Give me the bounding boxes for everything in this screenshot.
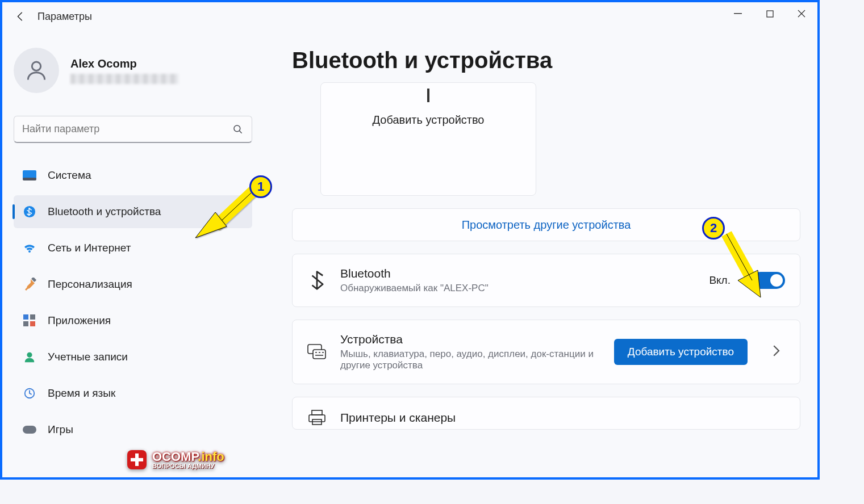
view-more-label: Просмотреть другие устройства — [462, 219, 631, 232]
keyboard-icon — [307, 344, 327, 360]
settings-window: Параметры Alex Ocomp — [0, 0, 820, 480]
close-icon — [798, 10, 805, 18]
person-icon — [24, 58, 49, 83]
bluetooth-toggle-row: Bluetooth Обнаруживаемый как "ALEX-PC" В… — [292, 254, 800, 307]
sidebar-item-gaming[interactable]: Игры — [14, 413, 252, 446]
sidebar-item-bluetooth[interactable]: Bluetooth и устройства — [14, 195, 252, 228]
back-button[interactable] — [9, 5, 32, 28]
svg-rect-14 — [23, 426, 36, 434]
svg-rect-5 — [23, 178, 36, 180]
wifi-icon — [23, 241, 36, 255]
svg-rect-9 — [30, 314, 35, 320]
svg-point-3 — [234, 125, 240, 131]
add-device-card[interactable]: Добавить устройство — [320, 82, 536, 196]
brush-icon — [23, 278, 36, 291]
devices-subtitle: Мышь, клавиатура, перо, аудио, дисплеи, … — [340, 348, 600, 371]
window-controls — [722, 2, 817, 25]
printers-row[interactable]: Принтеры и сканеры — [292, 397, 800, 430]
sidebar-item-system[interactable]: Система — [14, 159, 252, 192]
maximize-icon — [766, 10, 774, 18]
add-device-label: Добавить устройство — [373, 114, 485, 127]
account-icon — [23, 350, 36, 364]
bluetooth-state-label: Вкл. — [709, 274, 731, 287]
sidebar-item-label: Время и язык — [48, 387, 115, 400]
sidebar-item-label: Сеть и Интернет — [48, 242, 131, 254]
svg-rect-1 — [767, 11, 773, 17]
profile-name: Alex Ocomp — [70, 57, 178, 70]
add-device-button[interactable]: Добавить устройство — [614, 339, 748, 365]
bluetooth-icon — [307, 271, 327, 290]
svg-rect-11 — [30, 321, 35, 326]
maximize-button[interactable] — [754, 2, 786, 25]
svg-rect-0 — [734, 13, 742, 14]
search-icon — [232, 124, 244, 135]
watermark: OCOMP.info ВОПРОСЫ АДМИНУ — [127, 450, 224, 469]
watermark-cross-icon — [127, 450, 147, 469]
watermark-subtitle: ВОПРОСЫ АДМИНУ — [152, 463, 224, 469]
globe-clock-icon — [23, 387, 36, 400]
page-title: Bluetooth и устройства — [292, 48, 800, 73]
sidebar-item-time-language[interactable]: Время и язык — [14, 377, 252, 410]
sidebar-item-label: Bluetooth и устройства — [48, 205, 161, 218]
bluetooth-title: Bluetooth — [340, 267, 695, 280]
printer-icon — [307, 410, 327, 426]
bluetooth-toggle[interactable] — [752, 272, 785, 289]
svg-rect-8 — [23, 314, 28, 320]
printers-title: Принтеры и сканеры — [340, 411, 785, 425]
search-box[interactable] — [14, 116, 252, 143]
content-area: Bluetooth и устройства Добавить устройст… — [264, 31, 817, 477]
devices-title: Устройства — [340, 333, 600, 346]
svg-rect-10 — [23, 321, 28, 326]
profile-email-blurred — [70, 74, 178, 84]
sidebar-item-apps[interactable]: Приложения — [14, 304, 252, 337]
sidebar-item-label: Система — [48, 169, 91, 182]
sidebar-item-label: Персонализация — [48, 278, 132, 291]
sidebar-item-label: Учетные записи — [48, 351, 128, 363]
svg-point-12 — [27, 352, 32, 358]
bluetooth-subtitle: Обнаруживаемый как "ALEX-PC" — [340, 283, 624, 294]
svg-rect-18 — [309, 415, 325, 422]
close-button[interactable] — [786, 2, 817, 25]
chevron-right-icon — [771, 345, 785, 359]
sidebar: Alex Ocomp Система Bluetooth и устро — [2, 31, 264, 477]
svg-point-2 — [32, 62, 40, 70]
sidebar-item-accounts[interactable]: Учетные записи — [14, 341, 252, 373]
display-icon — [23, 169, 36, 182]
profile-block[interactable]: Alex Ocomp — [14, 48, 252, 93]
sidebar-item-label: Игры — [48, 423, 73, 436]
svg-rect-17 — [312, 410, 322, 415]
avatar — [14, 48, 59, 93]
svg-rect-16 — [313, 350, 325, 359]
titlebar: Параметры — [2, 2, 817, 31]
minimize-button[interactable] — [722, 2, 754, 25]
gamepad-icon — [23, 423, 36, 436]
plus-icon — [427, 89, 429, 102]
watermark-text-main: OCOMP — [152, 450, 198, 464]
bluetooth-icon — [23, 205, 36, 219]
watermark-text-suffix: .info — [198, 450, 224, 464]
sidebar-item-label: Приложения — [48, 314, 111, 327]
annotation-badge-1: 1 — [249, 175, 272, 198]
search-input[interactable] — [22, 123, 232, 135]
app-title: Параметры — [37, 11, 92, 23]
annotation-badge-2: 2 — [702, 217, 725, 240]
minimize-icon — [734, 10, 742, 18]
devices-row[interactable]: Устройства Мышь, клавиатура, перо, аудио… — [292, 320, 800, 384]
apps-icon — [23, 314, 36, 327]
arrow-left-icon — [14, 10, 27, 23]
sidebar-item-personalization[interactable]: Персонализация — [14, 268, 252, 301]
sidebar-item-network[interactable]: Сеть и Интернет — [14, 232, 252, 264]
